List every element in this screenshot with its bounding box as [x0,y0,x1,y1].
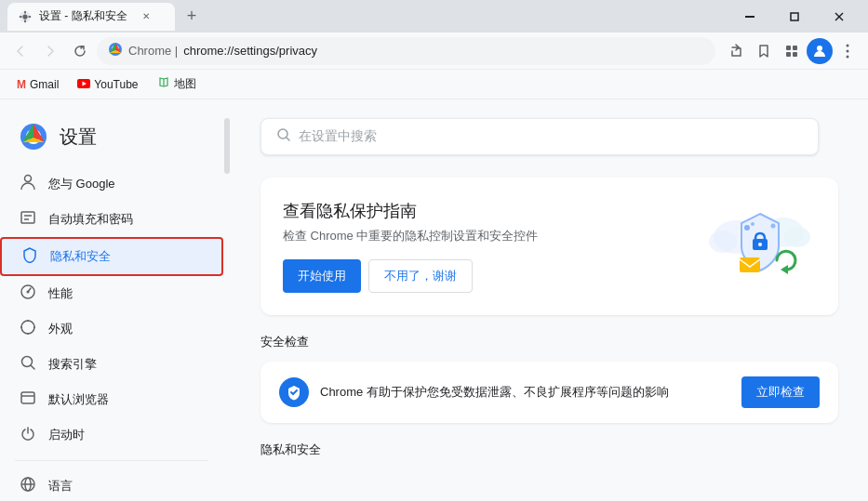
svg-rect-41 [21,392,34,403]
more-button[interactable] [835,38,861,64]
bookmark-maps[interactable]: 地图 [150,73,204,96]
close-button[interactable] [818,0,861,33]
svg-point-38 [33,326,35,328]
person-icon [19,174,37,194]
svg-point-54 [758,243,762,246]
svg-rect-14 [786,46,791,50]
bookmark-youtube[interactable]: YouTube [70,74,145,95]
address-text: Chrome | [128,44,178,58]
svg-point-19 [847,44,849,46]
svg-rect-17 [793,52,797,57]
title-bar: 设置 - 隐私和安全 ✕ + [0,0,868,33]
sidebar-header: 设置 [0,114,223,166]
search-placeholder: 在设置中搜索 [299,128,377,145]
svg-point-20 [847,49,849,52]
sidebar-item-privacy-label: 隐私和安全 [50,248,111,265]
svg-line-40 [32,366,35,370]
sidebar-item-browser-label: 默认浏览器 [48,391,109,408]
svg-rect-7 [791,13,798,20]
sidebar-item-performance[interactable]: 性能 [0,276,216,311]
address-url: chrome://settings/privacy [183,44,317,58]
sidebar-item-search-label: 搜索引擎 [48,356,97,373]
svg-point-34 [21,321,34,334]
svg-point-58 [771,224,776,229]
svg-point-37 [20,326,22,328]
sidebar-divider [15,460,208,461]
shield-svg [704,200,816,293]
sidebar-item-startup-label: 启动时 [48,427,85,443]
svg-point-50 [709,231,737,253]
maximize-button[interactable] [773,0,816,33]
settings-search-bar[interactable]: 在设置中搜索 [260,118,819,155]
back-button[interactable] [7,38,33,64]
svg-rect-6 [745,16,754,18]
sidebar-item-language[interactable]: 语言 [0,468,216,501]
svg-point-36 [27,333,29,335]
shield-illustration [704,200,816,293]
power-icon [19,425,37,445]
card-buttons: 开始使用 不用了，谢谢 [283,259,704,293]
svg-rect-55 [740,257,760,272]
svg-point-1 [22,14,27,19]
svg-point-52 [784,227,810,247]
start-button[interactable]: 开始使用 [283,259,361,293]
performance-icon [19,283,37,304]
safety-check-card: Chrome 有助于保护您免受数据泄露、不良扩展程序等问题的影响 立即检查 [260,362,838,423]
chrome-logo [19,122,48,152]
svg-line-48 [287,138,289,140]
shield-icon [20,246,39,267]
svg-rect-2 [24,10,26,13]
new-tab-button[interactable]: + [179,4,205,30]
extensions-button[interactable] [779,38,805,64]
maps-label: 地图 [174,76,196,92]
gmail-label: Gmail [30,78,59,91]
svg-rect-29 [21,212,34,223]
check-now-button[interactable]: 立即检查 [741,376,820,408]
profile-button[interactable] [807,38,833,64]
bookmark-button[interactable] [751,38,777,64]
card-title: 查看隐私保护指南 [283,200,704,222]
svg-point-56 [744,225,750,231]
svg-rect-5 [29,16,32,18]
svg-rect-15 [793,46,797,50]
sidebar-item-performance-label: 性能 [48,285,73,302]
gmail-icon: M [17,78,26,91]
maps-icon [157,76,170,92]
active-tab[interactable]: 设置 - 隐私和安全 ✕ [7,3,175,31]
address-bar[interactable]: Chrome | chrome://settings/privacy [97,37,715,65]
forward-button[interactable] [37,38,63,64]
svg-marker-59 [781,265,788,274]
nav-bar: Chrome | chrome://settings/privacy [0,33,868,70]
dismiss-button[interactable]: 不用了，谢谢 [368,259,473,293]
scrollbar[interactable] [223,99,231,501]
svg-rect-16 [786,52,791,57]
main-content: 在设置中搜索 查看隐私保护指南 检查 Chrome 中重要的隐私控制设置和安全控… [231,99,868,501]
sidebar-item-appearance-label: 外观 [48,321,73,337]
sidebar-item-appearance[interactable]: 外观 [0,311,216,347]
svg-point-35 [27,320,29,322]
share-button[interactable] [723,38,749,64]
sidebar-item-default-browser[interactable]: 默认浏览器 [0,382,216,417]
svg-rect-3 [24,20,26,22]
tab-favicon [19,10,32,23]
sidebar-item-search[interactable]: 搜索引擎 [0,347,216,382]
bookmark-gmail[interactable]: M Gmail [9,74,66,95]
tab-close-button[interactable]: ✕ [139,9,154,24]
sidebar-item-language-label: 语言 [48,478,73,494]
privacy-guide-card: 查看隐私保护指南 检查 Chrome 中重要的隐私控制设置和安全控件 开始使用 … [260,178,838,315]
sidebar-item-startup[interactable]: 启动时 [0,417,216,453]
safety-check-icon [279,377,309,407]
content-area: 设置 您与 Google 自动填充和密码 隐私和安全 [0,99,868,501]
window-controls [728,0,861,33]
sidebar-item-google[interactable]: 您与 Google [0,166,216,202]
sidebar-item-privacy[interactable]: 隐私和安全 [0,237,223,276]
reload-button[interactable] [67,38,93,64]
sidebar-title: 设置 [60,125,97,150]
scrollbar-thumb[interactable] [224,118,230,174]
card-description: 检查 Chrome 中重要的隐私控制设置和安全控件 [283,228,704,244]
minimize-button[interactable] [728,0,771,33]
tab-title: 设置 - 隐私和安全 [39,8,127,24]
nav-actions [723,38,861,64]
sidebar-item-autofill[interactable]: 自动填充和密码 [0,202,216,237]
search-bar-icon [276,127,291,146]
